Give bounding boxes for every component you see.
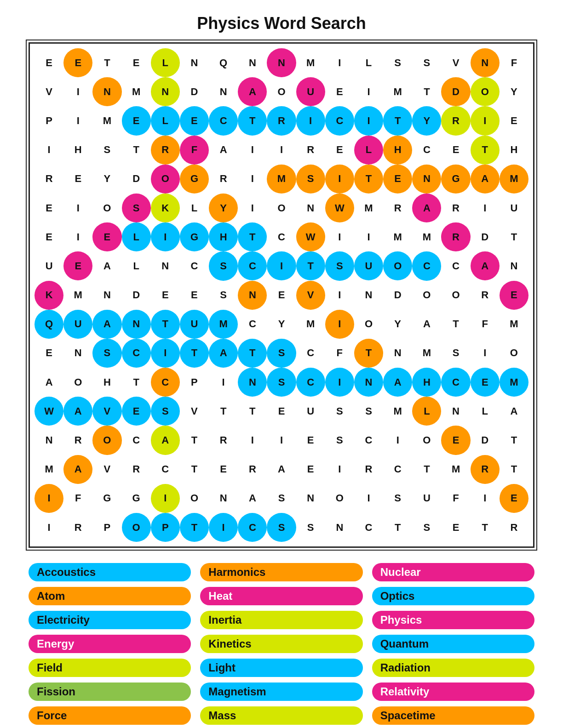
word-badge: Relativity <box>372 682 534 701</box>
grid-cell: I <box>34 484 63 513</box>
grid-cell: T <box>238 222 267 251</box>
grid-cell: R <box>441 106 470 135</box>
grid-cell: O <box>92 193 121 222</box>
grid-cell: D <box>122 281 151 310</box>
grid-cell: T <box>296 251 325 280</box>
grid-cell: O <box>441 281 470 310</box>
grid-cell: L <box>122 251 151 280</box>
grid-cell: T <box>471 136 500 165</box>
grid-cell: N <box>296 193 325 222</box>
grid-cell: N <box>383 339 412 368</box>
grid-cell: I <box>325 310 354 339</box>
grid-cell: M <box>267 165 296 193</box>
grid-cell: Y <box>412 106 441 135</box>
grid-cell: I <box>209 513 238 542</box>
grid-cell: N <box>441 397 470 426</box>
grid-cell: M <box>412 339 441 368</box>
grid-cell: I <box>63 222 92 251</box>
grid-cell: U <box>180 310 209 339</box>
grid-cell: E <box>209 455 238 484</box>
grid-cell: V <box>180 397 209 426</box>
grid-cell: I <box>151 484 180 513</box>
grid-cell: R <box>122 455 151 484</box>
grid-cell: I <box>238 165 267 193</box>
grid-cell: A <box>238 484 267 513</box>
grid-cell: I <box>238 426 267 455</box>
grid-cell: E <box>34 222 63 251</box>
grid-cell: U <box>412 484 441 513</box>
grid-cell: S <box>267 339 296 368</box>
grid-cell: U <box>63 310 92 339</box>
grid-cell: N <box>63 339 92 368</box>
grid-cell: M <box>500 368 529 397</box>
grid-cell: N <box>354 368 383 397</box>
grid-cell: H <box>500 136 529 165</box>
grid-cell: K <box>151 193 180 222</box>
grid-cell: A <box>63 397 92 426</box>
grid-cell: A <box>267 455 296 484</box>
word-badge: Light <box>200 659 362 677</box>
word-badge: Fission <box>29 682 191 701</box>
grid-cell: Q <box>209 48 238 77</box>
grid-cell: V <box>34 77 63 106</box>
grid-cell: A <box>500 397 529 426</box>
grid-cell: T <box>354 339 383 368</box>
grid-cell: R <box>471 281 500 310</box>
grid-cell: I <box>34 513 63 542</box>
grid-cell: T <box>500 426 529 455</box>
grid-cell: C <box>151 368 180 397</box>
grid-cell: E <box>92 222 121 251</box>
grid-cell: C <box>180 251 209 280</box>
grid-cell: P <box>92 513 121 542</box>
grid-cell: I <box>238 193 267 222</box>
grid-cell: M <box>122 77 151 106</box>
grid-cell: O <box>325 484 354 513</box>
grid-cell: W <box>296 222 325 251</box>
grid-cell: V <box>92 455 121 484</box>
word-badge: Accoustics <box>29 563 191 581</box>
grid-cell: M <box>441 455 470 484</box>
grid-cell: I <box>34 136 63 165</box>
grid-cell: Y <box>383 310 412 339</box>
grid-cell: L <box>354 136 383 165</box>
grid-cell: T <box>151 310 180 339</box>
word-badge: Heat <box>200 587 362 605</box>
grid-cell: W <box>325 193 354 222</box>
grid-cell: S <box>209 251 238 280</box>
grid-cell: E <box>500 484 529 513</box>
grid-cell: N <box>238 281 267 310</box>
grid-cell: E <box>180 106 209 135</box>
grid-cell: T <box>383 513 412 542</box>
grid-cell: T <box>383 106 412 135</box>
grid-cell: N <box>238 368 267 397</box>
word-search-grid-container: EETELNQNNMILSSVNFVINMNDNAOUEIMTDOYPIMELE… <box>29 42 534 548</box>
grid-cell: P <box>151 513 180 542</box>
grid-cell: I <box>63 193 92 222</box>
grid-cell: N <box>209 484 238 513</box>
grid-cell: A <box>151 426 180 455</box>
grid-cell: C <box>412 136 441 165</box>
grid-cell: Y <box>500 77 529 106</box>
grid-cell: G <box>441 165 470 193</box>
grid-cell: O <box>92 426 121 455</box>
grid-cell: I <box>471 193 500 222</box>
grid-cell: R <box>63 513 92 542</box>
grid-cell: R <box>209 426 238 455</box>
grid-cell: E <box>441 513 470 542</box>
grid-cell: T <box>122 136 151 165</box>
word-badge: Inertia <box>200 611 362 629</box>
grid-cell: S <box>383 48 412 77</box>
grid-cell: T <box>180 339 209 368</box>
grid-cell: R <box>238 455 267 484</box>
grid-cell: E <box>34 339 63 368</box>
word-badge: Quantum <box>372 635 534 653</box>
grid-cell: I <box>238 136 267 165</box>
word-badge: Magnetism <box>200 682 362 701</box>
grid-cell: A <box>412 310 441 339</box>
grid-cell: R <box>267 106 296 135</box>
grid-cell: C <box>238 513 267 542</box>
grid-cell: S <box>325 251 354 280</box>
grid-cell: E <box>296 455 325 484</box>
grid-cell: D <box>383 281 412 310</box>
grid-cell: E <box>441 426 470 455</box>
